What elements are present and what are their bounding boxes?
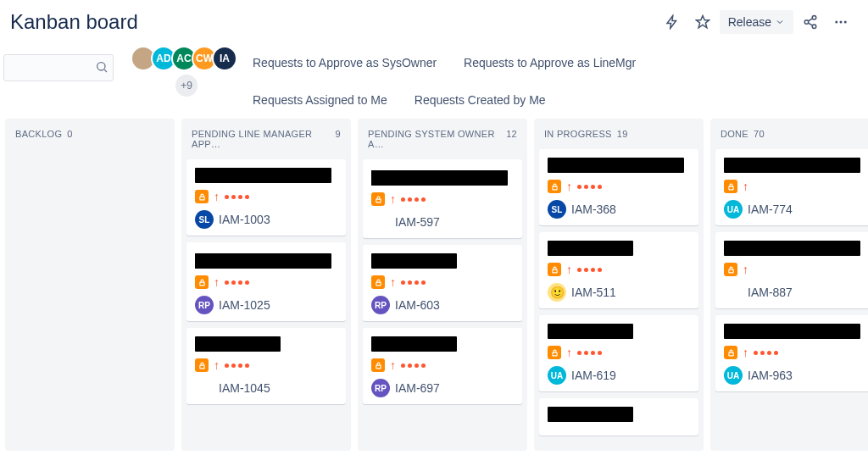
- quick-filter[interactable]: Requests to Approve as SysOwner: [253, 56, 437, 69]
- column-header: Done70: [715, 127, 868, 149]
- svg-rect-7: [199, 197, 203, 200]
- column: In Progress19↑SLIAM-368↑🙂IAM-511↑UAIAM-6…: [534, 119, 704, 451]
- avatar-stack[interactable]: ADACCWIA: [136, 46, 237, 71]
- svg-rect-10: [376, 199, 380, 203]
- priority-icon: ↑: [390, 276, 396, 288]
- search-input[interactable]: [3, 54, 114, 81]
- column-header: Pending Line Manager App…9: [186, 127, 346, 159]
- share-icon[interactable]: [797, 8, 824, 36]
- story-points-dots: [577, 185, 602, 189]
- svg-rect-12: [376, 365, 380, 369]
- issue-card[interactable]: ↑SLIAM-1003: [186, 159, 346, 236]
- svg-point-4: [840, 21, 843, 24]
- priority-icon: ↑: [214, 359, 220, 371]
- issue-key[interactable]: IAM-597: [395, 215, 440, 229]
- column-header: In Progress19: [539, 127, 698, 149]
- assignee-avatar: SL: [548, 200, 566, 219]
- svg-rect-16: [728, 186, 732, 190]
- svg-rect-11: [376, 282, 380, 286]
- svg-rect-13: [552, 186, 556, 190]
- story-points-dots: [225, 195, 249, 199]
- issue-card[interactable]: ↑IAM-887: [715, 232, 868, 308]
- assignee-avatar: [195, 379, 214, 397]
- priority-icon: ↑: [566, 264, 572, 275]
- column: Pending System Owner A…12↑IAM-597↑RPIAM-…: [358, 119, 527, 451]
- story-points-dots: [577, 268, 602, 272]
- issue-key[interactable]: IAM-1025: [219, 298, 270, 312]
- issue-summary: [371, 170, 508, 186]
- issue-key[interactable]: IAM-368: [571, 203, 616, 216]
- priority-icon: ↑: [566, 347, 572, 358]
- issue-key[interactable]: IAM-603: [395, 298, 440, 312]
- automation-icon[interactable]: [659, 8, 686, 36]
- svg-rect-8: [199, 282, 203, 286]
- quick-filter[interactable]: Requests to Approve as LineMgr: [464, 56, 636, 69]
- chevron-down-icon: [775, 17, 785, 27]
- lock-icon: [371, 358, 385, 372]
- column-header: Backlog0: [10, 127, 170, 149]
- lock-icon: [724, 180, 737, 193]
- issue-summary: [548, 241, 633, 256]
- lock-icon: [724, 346, 737, 359]
- lock-icon: [195, 275, 209, 289]
- issue-summary: [548, 407, 633, 422]
- issue-key[interactable]: IAM-774: [748, 203, 793, 216]
- issue-card[interactable]: ↑IAM-597: [363, 159, 522, 238]
- issue-card[interactable]: ↑RPIAM-603: [363, 245, 522, 321]
- svg-rect-15: [552, 352, 556, 356]
- svg-point-1: [804, 20, 809, 25]
- avatar[interactable]: IA: [212, 46, 237, 71]
- issue-card[interactable]: ↑SLIAM-368: [539, 149, 698, 225]
- issue-key[interactable]: IAM-511: [571, 286, 616, 299]
- svg-point-5: [844, 21, 847, 24]
- issue-summary: [548, 324, 633, 339]
- assignee-avatar: 🙂: [548, 283, 566, 302]
- issue-key[interactable]: IAM-1045: [219, 381, 270, 395]
- issue-card[interactable]: ↑UAIAM-774: [715, 149, 868, 225]
- story-points-dots: [401, 363, 426, 368]
- svg-rect-17: [728, 269, 732, 273]
- lock-icon: [548, 263, 561, 276]
- issue-key[interactable]: IAM-1003: [219, 213, 270, 226]
- svg-point-2: [812, 25, 816, 29]
- svg-rect-18: [728, 352, 732, 356]
- avatar-overflow[interactable]: +9: [175, 75, 198, 97]
- lock-icon: [195, 358, 209, 372]
- issue-summary: [371, 336, 457, 352]
- issue-card[interactable]: ↑RPIAM-1025: [186, 242, 346, 321]
- column: Pending Line Manager App…9↑SLIAM-1003↑RP…: [181, 119, 351, 451]
- issue-key[interactable]: IAM-887: [748, 286, 793, 299]
- issue-card[interactable]: ↑RPIAM-697: [363, 328, 522, 404]
- issue-key[interactable]: IAM-963: [748, 369, 793, 382]
- issue-card[interactable]: ↑UAIAM-619: [539, 315, 698, 391]
- lock-icon: [548, 180, 561, 193]
- page-title: Kanban board: [10, 10, 138, 34]
- more-icon[interactable]: [827, 8, 854, 36]
- column-header: Pending System Owner A…12: [363, 127, 522, 159]
- svg-rect-9: [199, 365, 203, 369]
- priority-icon: ↑: [214, 276, 220, 288]
- priority-icon: ↑: [214, 191, 220, 203]
- story-points-dots: [401, 197, 426, 202]
- issue-summary: [195, 168, 331, 183]
- release-button[interactable]: Release: [720, 10, 793, 34]
- svg-point-6: [97, 63, 105, 70]
- quick-filter[interactable]: Requests Created by Me: [415, 93, 546, 107]
- priority-icon: ↑: [743, 180, 748, 192]
- column: Done70↑UAIAM-774↑IAM-887↑UAIAM-963: [710, 119, 868, 451]
- assignee-avatar: [724, 283, 743, 302]
- issue-card[interactable]: ↑🙂IAM-511: [539, 232, 698, 308]
- issue-key[interactable]: IAM-619: [571, 369, 616, 382]
- story-points-dots: [401, 280, 426, 285]
- star-icon[interactable]: [689, 8, 716, 36]
- svg-point-0: [812, 16, 816, 20]
- release-label: Release: [728, 15, 771, 29]
- issue-key[interactable]: IAM-697: [395, 381, 440, 395]
- issue-card[interactable]: ↑UAIAM-963: [715, 315, 868, 391]
- quick-filter[interactable]: Requests Assigned to Me: [253, 93, 387, 107]
- issue-card[interactable]: ↑IAM-1045: [186, 328, 346, 404]
- issue-card[interactable]: [539, 398, 698, 436]
- assignee-avatar: UA: [724, 200, 743, 219]
- lock-icon: [548, 346, 561, 359]
- svg-rect-14: [552, 269, 556, 273]
